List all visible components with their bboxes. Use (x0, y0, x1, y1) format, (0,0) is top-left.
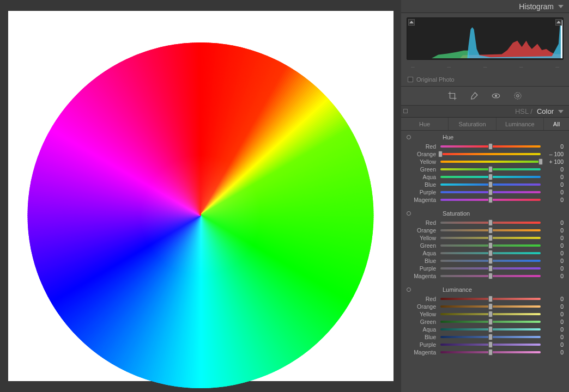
slider-track[interactable] (440, 298, 541, 300)
slider-value[interactable]: 0 (545, 265, 564, 272)
slider-thumb[interactable] (488, 326, 493, 333)
hsl-color-header[interactable]: HSL / Color (401, 106, 569, 118)
slider-thumb[interactable] (488, 235, 493, 241)
section-saturation: SaturationRed0Orange0Yellow0Green0Aqua0B… (401, 207, 569, 283)
slider-label: Purple (407, 341, 436, 348)
slider-track[interactable] (440, 153, 541, 155)
slider-track[interactable] (440, 313, 541, 315)
slider-thumb[interactable] (488, 341, 493, 348)
slider-track[interactable] (440, 275, 541, 277)
slider-track[interactable] (440, 336, 541, 338)
tab-all[interactable]: All (544, 118, 569, 130)
slider-value[interactable]: 0 (545, 166, 564, 173)
slider-thumb[interactable] (488, 349, 493, 356)
slider-value[interactable]: 0 (545, 181, 564, 188)
slider-thumb[interactable] (488, 189, 493, 195)
slider-thumb[interactable] (488, 303, 493, 310)
slider-thumb[interactable] (488, 334, 493, 340)
slider-value[interactable]: 0 (545, 303, 564, 310)
targeted-adjust-icon[interactable] (407, 135, 411, 139)
slider-track[interactable] (440, 229, 541, 231)
slider-thumb[interactable] (438, 151, 443, 157)
slider-track[interactable] (440, 244, 541, 247)
original-photo-row[interactable]: Original Photo (401, 73, 569, 86)
collapse-icon (558, 110, 564, 113)
slider-value[interactable]: 0 (545, 143, 564, 150)
slider-thumb[interactable] (488, 166, 493, 173)
slider-row-purple: Purple0 (401, 188, 569, 196)
histogram[interactable] (407, 17, 564, 60)
slider-thumb[interactable] (488, 219, 493, 226)
slider-thumb[interactable] (488, 143, 493, 150)
brush-tool-icon[interactable] (469, 91, 479, 101)
slider-value[interactable]: 0 (545, 273, 564, 279)
slider-thumb[interactable] (488, 273, 493, 279)
panel-grip-icon[interactable] (403, 109, 408, 113)
tab-hue[interactable]: Hue (401, 118, 449, 130)
tab-luminance[interactable]: Luminance (497, 118, 544, 130)
slider-track[interactable] (440, 145, 541, 148)
radial-tool-icon[interactable] (513, 91, 523, 101)
slider-track[interactable] (440, 267, 541, 270)
slider-track[interactable] (440, 321, 541, 323)
slider-track[interactable] (440, 260, 541, 262)
slider-track[interactable] (440, 191, 541, 193)
slider-track[interactable] (440, 237, 541, 239)
slider-value[interactable]: 0 (545, 227, 564, 234)
slider-thumb[interactable] (488, 242, 493, 249)
slider-thumb[interactable] (488, 258, 493, 264)
slider-thumb[interactable] (488, 181, 493, 188)
slider-value[interactable]: 0 (545, 235, 564, 241)
slider-value[interactable]: 0 (545, 189, 564, 195)
svg-point-3 (495, 95, 497, 97)
slider-value[interactable]: + 100 (545, 158, 564, 165)
slider-thumb[interactable] (488, 174, 493, 180)
shadow-clip-indicator[interactable] (408, 19, 415, 26)
section-header: Hue (401, 133, 569, 143)
slider-value[interactable]: 0 (545, 334, 564, 340)
slider-thumb[interactable] (488, 318, 493, 325)
slider-thumb[interactable] (488, 311, 493, 317)
slider-track[interactable] (440, 252, 541, 254)
redeye-tool-icon[interactable] (491, 91, 501, 101)
slider-value[interactable]: – 100 (545, 151, 564, 157)
slider-thumb[interactable] (488, 296, 493, 302)
slider-value[interactable]: 0 (545, 349, 564, 356)
slider-track[interactable] (440, 161, 541, 163)
targeted-adjust-icon[interactable] (407, 211, 411, 216)
highlight-clip-indicator[interactable] (555, 19, 562, 26)
slider-track[interactable] (440, 305, 541, 308)
slider-value[interactable]: 0 (545, 318, 564, 325)
slider-track[interactable] (440, 351, 541, 353)
slider-value[interactable]: 0 (545, 311, 564, 317)
targeted-adjust-icon[interactable] (407, 287, 411, 292)
slider-value[interactable]: 0 (545, 174, 564, 180)
slider-value[interactable]: 0 (545, 250, 564, 256)
slider-value[interactable]: 0 (545, 219, 564, 226)
slider-track[interactable] (440, 328, 541, 330)
slider-track[interactable] (440, 344, 541, 346)
tab-saturation[interactable]: Saturation (449, 118, 496, 130)
slider-value[interactable]: 0 (545, 296, 564, 302)
slider-track[interactable] (440, 168, 541, 170)
slider-track[interactable] (440, 222, 541, 224)
slider-thumb[interactable] (488, 265, 493, 272)
slider-thumb[interactable] (488, 197, 493, 203)
slider-value[interactable]: 0 (545, 258, 564, 264)
slider-thumb[interactable] (488, 250, 493, 256)
histogram-header[interactable]: Histogram (401, 0, 569, 13)
slider-thumb[interactable] (538, 158, 543, 165)
slider-track[interactable] (440, 176, 541, 178)
slider-value[interactable]: 0 (545, 341, 564, 348)
image-canvas[interactable] (8, 11, 394, 381)
slider-thumb[interactable] (488, 227, 493, 234)
slider-value[interactable]: 0 (545, 242, 564, 249)
slider-value[interactable]: 0 (545, 197, 564, 203)
checkbox-icon[interactable] (408, 77, 413, 82)
slider-track[interactable] (440, 183, 541, 186)
slider-value[interactable]: 0 (545, 326, 564, 333)
slider-track[interactable] (440, 199, 541, 201)
crop-tool-icon[interactable] (447, 91, 457, 101)
section-luminance: LuminanceRed0Orange0Yellow0Green0Aqua0Bl… (401, 283, 569, 359)
slider-label: Orange (407, 151, 436, 157)
